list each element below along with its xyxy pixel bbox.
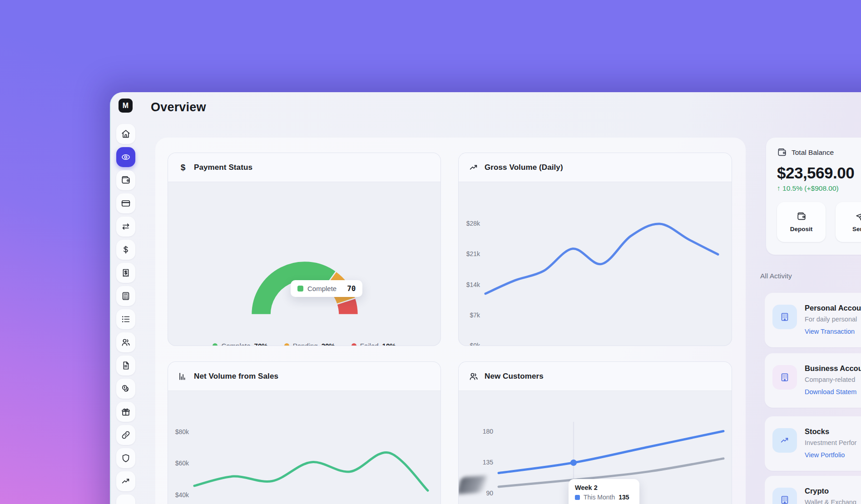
new-customers-chart: Week 2 This Month 135 Last Month 110 180… xyxy=(459,391,732,504)
net-volume-chart: $80k$60k$40k$20k xyxy=(168,391,440,504)
card-title: Net Volume from Sales xyxy=(194,372,278,381)
legend-value: 70% xyxy=(254,342,268,346)
sidebar-item-users[interactable] xyxy=(116,332,135,352)
shield-icon xyxy=(121,453,131,463)
calculator-icon xyxy=(121,291,131,301)
y-axis-tick: $60k xyxy=(168,460,189,467)
users-icon xyxy=(469,371,479,381)
card-title: New Customers xyxy=(485,372,544,381)
sidebar-item-swap-arrows[interactable] xyxy=(116,217,135,237)
gauge-legend: Complete 70% Pending 20% Failed 10% xyxy=(168,342,440,346)
wallet-icon xyxy=(777,148,787,158)
dashboard-screen: { "app": { "logo_letter": "M", "page_tit… xyxy=(0,0,861,504)
activity-link[interactable]: Download Statem xyxy=(805,388,856,395)
legend-value: 20% xyxy=(322,342,335,346)
page-title: Overview xyxy=(151,100,206,114)
net-volume-card: Net Volume from Sales $80k$60k$40k$20k xyxy=(168,361,441,504)
send-icon xyxy=(855,212,861,222)
activity-heading: All Activity xyxy=(760,272,792,280)
activity-link[interactable]: View Portfolio xyxy=(805,451,845,459)
eye-icon xyxy=(121,152,131,162)
y-axis-tick: 135 xyxy=(472,459,493,466)
series-swatch xyxy=(575,495,580,500)
sidebar-item-calculator[interactable] xyxy=(116,286,135,306)
send-button[interactable]: Send xyxy=(836,202,861,242)
tooltip-label: Complete xyxy=(307,285,336,292)
wallet-icon xyxy=(797,212,807,222)
sidebar-item-coins[interactable] xyxy=(116,379,135,399)
series-label: This Month xyxy=(584,494,615,501)
activity-item-stocks[interactable]: Stocks Investment PerforView Portfolio xyxy=(765,416,861,471)
y-axis-tick: $28k xyxy=(459,220,480,227)
sidebar-item-partial[interactable] xyxy=(116,494,135,504)
bar-chart-icon xyxy=(178,371,188,381)
sidebar-item-dollar[interactable] xyxy=(116,240,135,260)
balance-header: Total Balance xyxy=(777,148,861,158)
link-icon xyxy=(121,430,131,440)
tooltip-row: This Month 135 xyxy=(575,494,629,501)
new-customers-header: New Customers xyxy=(459,362,732,391)
button-label: Send xyxy=(852,226,861,232)
net-volume-header: Net Volume from Sales xyxy=(168,362,440,391)
balance-title: Total Balance xyxy=(792,148,834,157)
sidebar-item-wallet[interactable] xyxy=(116,170,135,190)
balance-amount: $23,569.00 xyxy=(777,164,861,182)
activity-item-personal-accou[interactable]: Personal Accou For daily personalView Tr… xyxy=(765,293,861,347)
sidebar-item-document[interactable] xyxy=(116,356,135,376)
activity-subtitle: Wallet & Exchang xyxy=(805,499,856,504)
list-icon xyxy=(121,314,131,324)
balance-change: ↑ 10.5% (+$908.00) xyxy=(777,184,861,193)
gross-volume-card: Gross Volume (Daily) $28k$21k$14k$7k$0k1… xyxy=(458,153,732,346)
legend-item-failed: Failed 10% xyxy=(351,342,396,346)
activity-subtitle: Company-related xyxy=(805,376,855,383)
payment-status-chart: Complete 70 Complete 70% Pending 20% Fai… xyxy=(168,182,440,346)
activity-title: Crypto xyxy=(805,487,829,495)
trending-up-icon xyxy=(469,163,479,173)
activity-item-crypto[interactable]: Crypto Wallet & Exchang xyxy=(765,476,861,504)
receipt-icon xyxy=(121,268,131,278)
users-icon xyxy=(121,337,131,347)
payment-status-card: $ Payment Status Complete 70 Complete 70… xyxy=(168,153,441,346)
tooltip-title: Week 2 xyxy=(575,484,598,491)
sidebar-item-list[interactable] xyxy=(116,309,135,329)
new-customers-card: New Customers Week 2 This Month 135 Last… xyxy=(458,361,732,504)
swap-arrows-icon xyxy=(121,222,131,232)
series-value: 135 xyxy=(619,494,629,501)
sidebar-item-receipt[interactable] xyxy=(116,263,135,283)
legend-label: Complete xyxy=(221,342,250,346)
balance-actions: Deposit Send xyxy=(777,202,861,242)
gift-icon xyxy=(121,407,131,417)
week-tooltip: Week 2 This Month 135 Last Month 110 xyxy=(569,479,639,504)
main-content: $ Payment Status Complete 70 Complete 70… xyxy=(155,138,746,504)
y-axis-tick: $0k xyxy=(459,342,480,346)
activity-title: Business Accou xyxy=(805,364,861,373)
gross-volume-header: Gross Volume (Daily) xyxy=(459,153,732,182)
card-title: Gross Volume (Daily) xyxy=(485,163,563,172)
home-icon xyxy=(121,129,131,139)
sidebar-item-gift[interactable] xyxy=(116,402,135,422)
sidebar-item-trending-up[interactable] xyxy=(116,471,135,491)
card-title: Payment Status xyxy=(194,163,252,172)
deposit-button[interactable]: Deposit xyxy=(777,202,826,242)
button-label: Deposit xyxy=(790,226,813,232)
total-balance-card: Total Balance $23,569.00 ↑ 10.5% (+$908.… xyxy=(766,138,861,255)
building-icon xyxy=(772,305,797,329)
sidebar-item-home[interactable] xyxy=(116,124,135,144)
sidebar-item-eye[interactable] xyxy=(116,147,135,167)
dashboard-window: M Overview $ Payment Status Complete 70 … xyxy=(110,92,861,504)
activity-title: Stocks xyxy=(805,427,829,436)
y-axis-tick: 90 xyxy=(472,489,493,497)
legend-label: Pending xyxy=(293,342,318,346)
activity-link[interactable]: View Transaction xyxy=(805,328,855,335)
sidebar-item-credit-card[interactable] xyxy=(116,193,135,213)
y-axis-tick: $80k xyxy=(168,428,189,435)
sidebar-item-link[interactable] xyxy=(116,425,135,445)
legend-dot xyxy=(351,343,356,346)
trending-up-icon xyxy=(121,476,131,486)
app-logo: M xyxy=(119,99,133,113)
payment-status-header: $ Payment Status xyxy=(168,153,440,182)
activity-item-business-accou[interactable]: Business Accou Company-relatedDownload S… xyxy=(765,353,861,408)
y-axis-tick: $40k xyxy=(168,491,189,499)
document-icon xyxy=(121,361,131,371)
sidebar-item-shield[interactable] xyxy=(116,448,135,468)
